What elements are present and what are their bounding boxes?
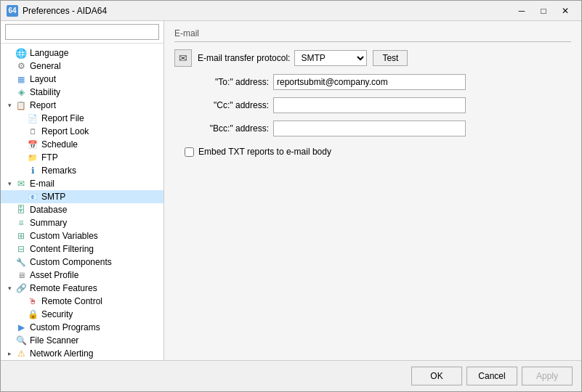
sidebar-item-ftp[interactable]: 📁 FTP [1,151,163,164]
expand-icon [4,204,15,216]
to-label: "To:" address: [174,77,269,87]
sidebar-item-report-look[interactable]: 🗒 Report Look [1,125,163,138]
sidebar-item-remarks[interactable]: ℹ Remarks [1,164,163,177]
components-icon: 🔧 [15,256,27,268]
security-icon: 🔒 [27,309,39,320]
expand-icon [4,47,15,59]
close-button[interactable]: ✕ [555,4,575,18]
sidebar-item-email[interactable]: ▾ ✉ E-mail [1,177,163,190]
sidebar-item-label: Content Filtering [30,244,94,254]
main-content: Search 🌐 Language ⚙ General [1,21,581,360]
search-input[interactable]: Search [5,24,159,40]
sidebar-item-label: Remote Control [41,296,102,306]
sidebar-item-label: Network Alerting [30,348,93,359]
sidebar-item-remote-features[interactable]: ▾ 🔗 Remote Features [1,282,163,295]
sidebar-item-content-filtering[interactable]: ⊟ Content Filtering [1,242,163,256]
embed-label[interactable]: Embed TXT reports to e-mail body [198,147,331,157]
ok-button[interactable]: OK [411,367,462,385]
sidebar-item-report[interactable]: ▾ 📋 Report [1,99,163,112]
sidebar-item-language[interactable]: 🌐 Language [1,46,163,60]
sidebar-item-label: Report Look [41,126,89,136]
sidebar-item-label: Remarks [41,166,76,176]
window-title: Preferences - AIDA64 [23,6,512,16]
embed-checkbox[interactable] [185,147,194,157]
protocol-select[interactable]: SMTP POP3 IMAP [294,50,367,66]
expand-icon [15,309,27,320]
sidebar-item-asset-profile[interactable]: 🖥 Asset Profile [1,269,163,282]
schedule-icon: 📅 [27,139,39,150]
expand-icon [15,139,27,150]
expand-icon [15,152,27,163]
sidebar-item-network-alerting[interactable]: ▸ ⚠ Network Alerting [1,347,163,360]
sidebar-item-label: Custom Components [30,257,112,267]
apply-button[interactable]: Apply [522,367,573,385]
expand-icon [4,256,15,268]
maximize-button[interactable]: □ [533,4,554,18]
sidebar: Search 🌐 Language ⚙ General [1,21,164,360]
sidebar-item-security[interactable]: 🔒 Security [1,308,163,321]
sidebar-item-database[interactable]: 🗄 Database [1,203,163,216]
expand-chevron-icon: ▾ [4,178,15,189]
expand-icon [4,243,15,255]
email-icon: ✉ [15,178,27,189]
sidebar-item-label: Schedule [41,139,78,150]
vars-icon: ⊞ [15,230,27,242]
expand-chevron-icon: ▾ [4,282,15,294]
bcc-row: "Bcc:" address: [174,121,571,136]
programs-icon: ▶ [15,322,27,333]
bcc-label: "Bcc:" address: [174,123,269,134]
summary-icon: ≡ [15,217,27,229]
footer: OK Cancel Apply [1,360,581,391]
expand-icon [15,165,27,176]
sidebar-item-label: File Scanner [30,335,78,346]
sidebar-item-label: Remote Features [30,283,97,293]
globe-icon: 🌐 [15,47,27,59]
tree: 🌐 Language ⚙ General ▦ Layout [1,44,163,360]
sidebar-item-layout[interactable]: ▦ Layout [1,73,163,86]
embed-row: Embed TXT reports to e-mail body [185,147,571,157]
database-icon: 🗄 [15,204,27,216]
expand-icon [15,113,27,124]
remarks-icon: ℹ [27,165,39,176]
sidebar-item-custom-components[interactable]: 🔧 Custom Components [1,256,163,269]
expand-chevron-icon: ▸ [4,348,15,359]
report-icon: 📋 [15,99,27,111]
sidebar-item-label: Custom Variables [30,231,98,241]
bcc-input[interactable] [273,121,466,136]
sidebar-item-schedule[interactable]: 📅 Schedule [1,138,163,151]
sidebar-item-label: SMTP [41,192,65,202]
sidebar-item-label: E-mail [30,179,54,189]
expand-chevron-icon: ▾ [4,99,15,111]
sidebar-item-general[interactable]: ⚙ General [1,60,163,73]
to-input[interactable] [273,74,466,90]
expand-icon [15,126,27,137]
sidebar-item-custom-programs[interactable]: ▶ Custom Programs [1,321,163,334]
filter-icon: ⊟ [15,243,27,255]
gear-icon: ⚙ [15,60,27,72]
sidebar-item-smtp[interactable]: 📧 SMTP [1,190,163,203]
sidebar-item-report-file[interactable]: 📄 Report File [1,112,163,125]
minimize-button[interactable]: ─ [512,4,532,18]
sidebar-item-summary[interactable]: ≡ Summary [1,216,163,229]
sidebar-item-label: Security [41,309,73,319]
sidebar-item-label: Asset Profile [30,270,78,280]
title-bar: 64 Preferences - AIDA64 ─ □ ✕ [1,1,581,21]
expand-icon [4,335,15,346]
sidebar-item-stability[interactable]: ◈ Stability [1,86,163,99]
layout-icon: ▦ [15,73,27,85]
sidebar-item-label: Stability [30,87,60,97]
test-button[interactable]: Test [373,50,408,66]
sidebar-item-remote-control[interactable]: 🖱 Remote Control [1,295,163,308]
sidebar-item-custom-variables[interactable]: ⊞ Custom Variables [1,229,163,242]
protocol-row: ✉ E-mail transfer protocol: SMTP POP3 IM… [174,49,571,67]
expand-icon [15,191,27,203]
expand-icon [4,86,15,98]
main-panel: E-mail ✉ E-mail transfer protocol: SMTP … [164,21,581,360]
sidebar-item-label: Custom Programs [30,322,100,332]
cancel-button[interactable]: Cancel [466,367,517,385]
sidebar-item-file-scanner[interactable]: 🔍 File Scanner [1,334,163,347]
remote-icon: 🔗 [15,282,27,294]
ctrl-icon: 🖱 [27,295,39,307]
scanner-icon: 🔍 [15,335,27,346]
cc-input[interactable] [273,97,466,113]
